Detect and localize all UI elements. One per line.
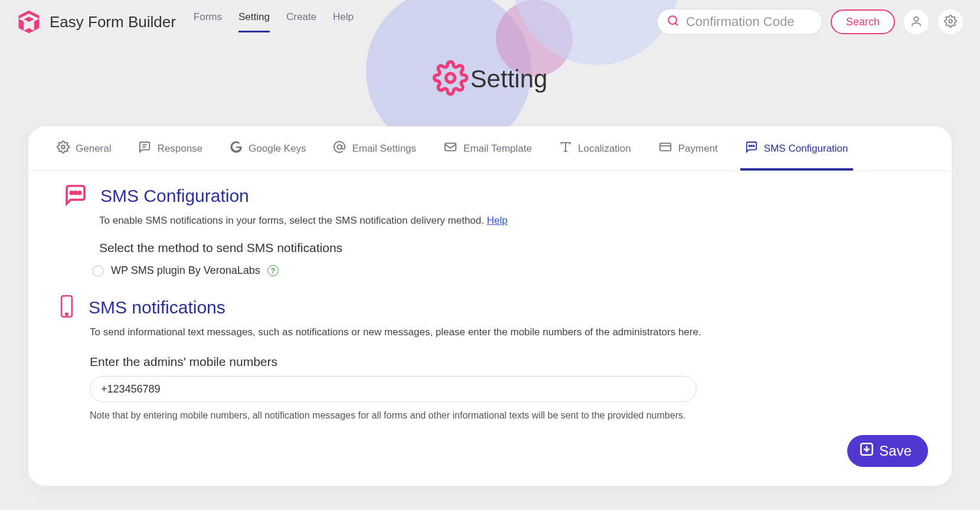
radio-row: WP SMS plugin By VeronaLabs ? <box>92 264 916 277</box>
svg-point-10 <box>446 74 455 83</box>
svg-point-11 <box>61 145 65 149</box>
sms-notifications-description: To send informational text messages, suc… <box>90 326 916 338</box>
user-button[interactable] <box>903 9 929 35</box>
svg-marker-5 <box>24 17 34 22</box>
tab-label: Google Keys <box>249 143 306 155</box>
help-link[interactable]: Help <box>487 215 508 226</box>
svg-marker-2 <box>19 19 24 31</box>
tab-label: Response <box>157 143 202 155</box>
svg-point-9 <box>949 19 952 23</box>
text-icon <box>559 140 572 156</box>
page-title-section: Setting <box>0 60 980 98</box>
app-header: Easy Form Builder Forms Setting Create H… <box>0 0 980 44</box>
sms-config-title: SMS Configuration <box>100 186 249 206</box>
gear-icon <box>433 60 468 98</box>
svg-point-20 <box>749 145 750 146</box>
phone-input[interactable] <box>90 376 697 402</box>
gear-icon <box>944 15 957 30</box>
radio-wp-sms[interactable] <box>92 265 104 277</box>
tab-content: SMS Configuration To enable SMS notifica… <box>28 171 952 421</box>
svg-rect-15 <box>445 143 456 151</box>
nav-forms[interactable]: Forms <box>194 11 222 32</box>
tab-label: Email Settings <box>352 143 416 155</box>
tab-label: Localization <box>578 143 631 155</box>
chat-icon <box>745 140 758 156</box>
help-badge-icon[interactable]: ? <box>267 265 279 276</box>
search-button[interactable]: Search <box>831 9 895 34</box>
svg-point-24 <box>74 192 77 194</box>
tab-label: Payment <box>678 143 718 155</box>
save-row: Save <box>28 421 952 467</box>
envelope-icon <box>443 140 458 156</box>
header-right: Search <box>657 9 963 35</box>
tab-response[interactable]: Response <box>133 126 207 171</box>
app-name: Easy Form Builder <box>50 13 176 31</box>
logo-icon <box>17 9 41 34</box>
search-input[interactable] <box>657 9 822 35</box>
settings-card: General Response Google Keys Email Setti… <box>28 126 952 486</box>
nav-help[interactable]: Help <box>333 11 354 32</box>
tab-email-settings[interactable]: Email Settings <box>328 126 421 171</box>
nav-create[interactable]: Create <box>286 11 316 32</box>
tab-label: Email Template <box>463 143 532 155</box>
svg-marker-3 <box>34 19 40 31</box>
phone-icon <box>58 295 76 321</box>
gear-icon <box>57 140 70 156</box>
tab-localization[interactable]: Localization <box>554 126 636 171</box>
svg-point-21 <box>751 145 752 146</box>
google-icon <box>230 140 243 156</box>
download-icon <box>859 442 874 460</box>
chat-icon <box>64 183 87 209</box>
svg-point-8 <box>914 17 918 21</box>
svg-point-22 <box>753 145 754 146</box>
save-label: Save <box>879 443 912 459</box>
method-label: Select the method to send SMS notificati… <box>99 241 916 255</box>
save-button[interactable]: Save <box>847 435 928 467</box>
tab-payment[interactable]: Payment <box>654 126 723 171</box>
message-icon <box>138 140 151 156</box>
svg-point-14 <box>338 145 342 149</box>
svg-point-23 <box>70 192 73 194</box>
sms-notifications-section: SMS notifications To send informational … <box>64 295 916 421</box>
sms-notifications-header: SMS notifications <box>58 295 916 321</box>
tab-sms-configuration[interactable]: SMS Configuration <box>740 126 853 171</box>
phone-input-label: Enter the admins' mobile numbers <box>90 355 916 369</box>
user-icon <box>910 15 923 30</box>
at-icon <box>333 140 346 156</box>
svg-marker-4 <box>24 28 34 34</box>
tab-label: SMS Configuration <box>764 143 848 155</box>
tab-general[interactable]: General <box>52 126 116 171</box>
tab-google-keys[interactable]: Google Keys <box>225 126 311 171</box>
search-wrap <box>657 9 822 35</box>
sms-config-description: To enable SMS notifications in your form… <box>99 215 916 227</box>
svg-point-25 <box>79 192 81 194</box>
tab-label: General <box>76 143 111 155</box>
tab-email-template[interactable]: Email Template <box>439 126 537 171</box>
svg-rect-18 <box>660 143 671 151</box>
settings-tabs: General Response Google Keys Email Setti… <box>28 126 952 171</box>
logo[interactable]: Easy Form Builder <box>17 9 176 34</box>
page-title: Setting <box>471 65 548 93</box>
phone-input-note: Note that by entering mobile numbers, al… <box>90 410 916 421</box>
radio-label: WP SMS plugin By VeronaLabs <box>111 264 260 277</box>
settings-button[interactable] <box>937 9 963 35</box>
main-nav: Forms Setting Create Help <box>194 11 354 32</box>
card-icon <box>658 140 672 156</box>
svg-point-27 <box>66 313 68 316</box>
nav-setting[interactable]: Setting <box>239 11 270 32</box>
sms-notifications-title: SMS notifications <box>89 298 226 318</box>
sms-config-header: SMS Configuration <box>64 183 916 209</box>
